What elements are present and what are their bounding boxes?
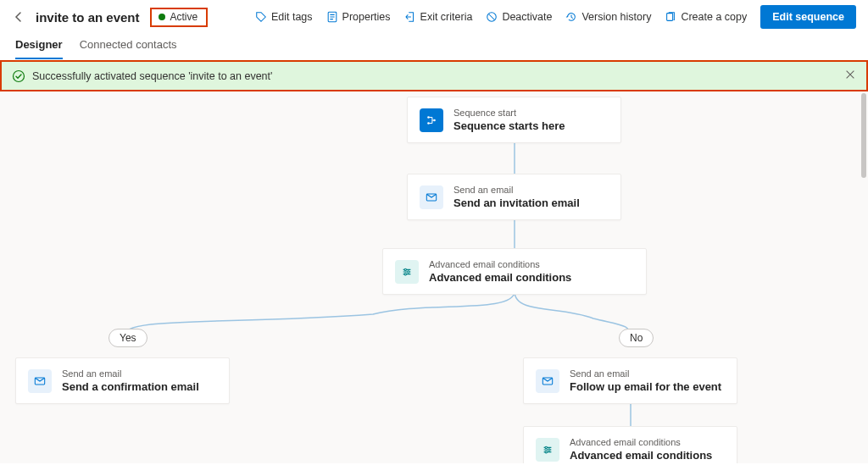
start-icon [420,108,443,132]
branch-yes: Yes [108,329,147,347]
properties-icon [326,11,338,23]
tag-icon [255,11,267,23]
svg-point-9 [408,270,409,272]
node-email-conditions-2[interactable]: Advanced email conditions Advanced email… [523,426,737,463]
edit-tags-button[interactable]: Edit tags [248,8,320,26]
settings-icon [395,260,419,284]
flow-canvas[interactable]: Sequence start Sequence starts here Send… [0,91,868,463]
tabs: Designer Connected contacts [0,34,868,60]
check-circle-icon [12,69,25,83]
node-followup-email[interactable]: Send an email Follow up email for the ev… [523,357,737,404]
node-label: Advanced email conditions [570,437,712,447]
branch-no: No [619,329,654,347]
tab-connected-contacts[interactable]: Connected contacts [80,34,177,59]
email-icon [420,185,443,209]
node-confirmation-email[interactable]: Send an email Send a confirmation email [15,357,230,404]
svg-point-15 [545,451,547,452]
deactivate-button[interactable]: Deactivate [479,8,559,26]
node-title: Send an invitation email [453,197,580,209]
node-label: Send an email [453,185,580,195]
arrow-left-icon [12,10,25,24]
properties-button[interactable]: Properties [320,8,398,26]
email-icon [536,369,559,393]
node-label: Send an email [570,368,721,379]
copy-icon [665,11,676,23]
svg-point-10 [404,273,406,274]
node-send-invitation[interactable]: Send an email Send an invitation email [407,174,621,220]
version-history-button[interactable]: Version history [559,8,658,26]
node-title: Advanced email conditions [570,449,712,462]
status-dot-icon [159,14,165,20]
svg-point-3 [14,70,25,81]
svg-point-14 [548,448,550,450]
status-chip: Active [150,8,209,27]
page-header: invite to an event Active Edit tags Prop… [0,0,868,34]
node-sequence-start[interactable]: Sequence start Sequence starts here [407,97,621,143]
tab-designer[interactable]: Designer [15,34,63,59]
scrollbar[interactable] [861,93,866,178]
sequence-title: invite to an event [36,10,140,25]
exit-criteria-button[interactable]: Exit criteria [398,8,480,26]
create-copy-button[interactable]: Create a copy [658,8,754,26]
email-icon [28,369,52,393]
history-icon [565,11,577,23]
node-label: Advanced email conditions [429,259,571,269]
back-button[interactable] [12,10,25,24]
notification-close-button[interactable] [844,69,856,83]
close-icon [844,69,856,80]
node-title: Sequence starts here [453,119,565,132]
notification-text: Successfully activated sequence 'invite … [32,70,272,82]
settings-icon [536,438,559,462]
node-title: Follow up email for the event [570,380,721,393]
node-label: Send an email [62,368,199,379]
svg-point-8 [404,268,406,270]
exit-icon [404,11,416,23]
node-title: Advanced email conditions [429,271,571,284]
svg-point-13 [545,446,547,448]
node-title: Send a confirmation email [62,380,199,393]
deactivate-icon [486,11,498,23]
edit-sequence-button[interactable]: Edit sequence [760,5,856,29]
svg-rect-2 [667,14,673,21]
status-text: Active [170,11,198,23]
node-label: Sequence start [453,108,565,118]
notification-bar: Successfully activated sequence 'invite … [0,60,868,91]
node-email-conditions[interactable]: Advanced email conditions Advanced email… [382,248,647,295]
